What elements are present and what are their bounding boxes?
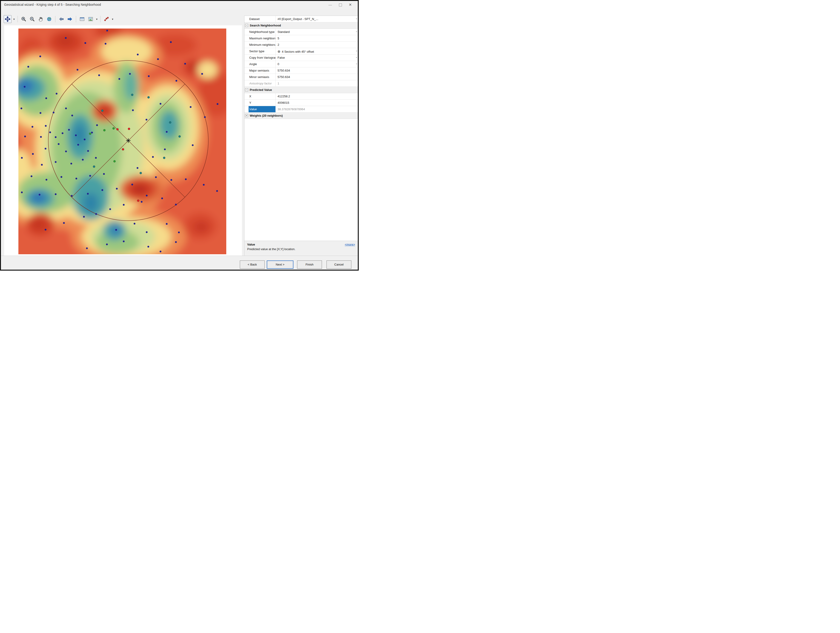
sample-point-navy[interactable] <box>24 86 25 88</box>
sample-point-green[interactable] <box>114 160 115 162</box>
sample-point-navy[interactable] <box>55 136 57 138</box>
dropdown-arrow-icon[interactable]: ▾ <box>356 56 357 59</box>
full-extent-button[interactable] <box>46 16 53 23</box>
sample-point-teal[interactable] <box>169 121 171 123</box>
sample-point-navy[interactable] <box>84 139 85 140</box>
sample-point-navy[interactable] <box>87 150 89 152</box>
sample-point-navy[interactable] <box>166 223 167 225</box>
prop-section-predicted-value[interactable]: −Predicted Value <box>245 87 358 93</box>
sample-point-navy[interactable] <box>63 222 65 224</box>
sample-point-teal[interactable] <box>131 93 133 96</box>
sample-point-navy[interactable] <box>185 178 187 180</box>
sample-point-navy[interactable] <box>109 208 111 210</box>
crosshair-tool-dropdown-icon[interactable]: ▼ <box>13 18 15 21</box>
sample-point-navy[interactable] <box>71 195 73 197</box>
sample-point-navy[interactable] <box>87 193 89 195</box>
sample-point-navy[interactable] <box>77 144 79 146</box>
sample-point-navy[interactable] <box>32 153 34 155</box>
sample-point-navy[interactable] <box>95 213 97 215</box>
sample-point-navy[interactable] <box>175 241 177 243</box>
sample-point-navy[interactable] <box>166 131 167 133</box>
prop-value-neighborhood-type[interactable]: Standard▾ <box>276 29 358 35</box>
sample-point-navy[interactable] <box>31 175 32 177</box>
sample-point-navy[interactable] <box>96 124 98 126</box>
sample-point-navy[interactable] <box>65 37 67 39</box>
sample-point-navy[interactable] <box>21 108 22 109</box>
maximize-icon[interactable] <box>339 3 342 6</box>
sample-point-red[interactable] <box>122 148 124 150</box>
next-button[interactable]: Next > <box>267 261 294 269</box>
sample-point-navy[interactable] <box>161 198 163 199</box>
prop-value-maximum-neighbors[interactable]: 5 <box>276 35 358 41</box>
sample-point-navy[interactable] <box>83 216 85 218</box>
prop-value-minor-semiaxis[interactable]: 5750.634 <box>276 74 358 80</box>
sample-point-navy[interactable] <box>82 159 84 161</box>
sample-point-red[interactable] <box>128 128 130 130</box>
sample-point-navy[interactable] <box>76 178 77 179</box>
sample-point-navy[interactable] <box>157 58 159 60</box>
sample-point-green[interactable] <box>89 133 91 135</box>
sample-point-navy[interactable] <box>46 179 47 180</box>
sample-point-navy[interactable] <box>60 176 62 178</box>
sample-point-navy[interactable] <box>216 190 218 192</box>
prop-value-angle[interactable]: 0▾ <box>276 61 358 67</box>
sample-point-navy[interactable] <box>129 73 131 75</box>
pan-button[interactable] <box>37 16 44 23</box>
sample-point-red[interactable] <box>137 199 139 202</box>
sample-point-navy[interactable] <box>159 250 161 252</box>
prop-section-search-neighborhood[interactable]: −Search Neighborhood <box>245 22 358 29</box>
sample-point-navy[interactable] <box>103 173 105 175</box>
sample-point-navy[interactable] <box>75 135 77 136</box>
sample-point-navy[interactable] <box>170 41 172 43</box>
sample-point-navy[interactable] <box>146 195 148 196</box>
sample-point-navy[interactable] <box>145 119 147 120</box>
sample-point-navy[interactable] <box>53 112 55 114</box>
dropdown-arrow-icon[interactable]: ▾ <box>356 50 357 52</box>
sample-point-navy[interactable] <box>152 156 154 158</box>
sample-point-navy[interactable] <box>123 241 125 242</box>
sample-point-navy[interactable] <box>39 55 41 57</box>
sample-point-teal[interactable] <box>163 157 165 159</box>
sample-point-navy[interactable] <box>123 204 125 206</box>
sample-point-navy[interactable] <box>146 231 148 233</box>
sample-point-navy[interactable] <box>55 161 57 163</box>
sample-point-navy[interactable] <box>132 109 134 111</box>
prop-value-dataset[interactable]: #0 [Export_Output - SPT_N_...▾ <box>276 16 358 22</box>
zoom-in-button[interactable] <box>20 16 27 23</box>
sample-point-navy[interactable] <box>86 247 88 249</box>
sample-point-navy[interactable] <box>159 103 161 105</box>
prop-value-minimum-neighbors[interactable]: 2 <box>276 42 358 48</box>
sample-point-navy[interactable] <box>147 246 149 248</box>
sample-point-navy[interactable] <box>118 78 120 80</box>
sample-point-navy[interactable] <box>71 115 73 116</box>
sample-point-navy[interactable] <box>171 179 172 181</box>
sample-point-navy[interactable] <box>131 184 133 185</box>
sample-point-navy[interactable] <box>56 93 57 95</box>
dropdown-arrow-icon[interactable]: ▾ <box>356 17 357 20</box>
sample-point-navy[interactable] <box>106 244 108 245</box>
sample-point-navy[interactable] <box>58 143 60 145</box>
sample-point-navy[interactable] <box>192 144 194 146</box>
sample-point-navy[interactable] <box>175 80 177 82</box>
dropdown-arrow-icon[interactable]: ▾ <box>356 30 357 33</box>
crosshair-move-tool-button[interactable] <box>4 15 11 23</box>
sample-point-navy[interactable] <box>148 75 150 77</box>
neighbor-points-dropdown-icon[interactable]: ▼ <box>112 18 114 21</box>
sample-point-navy[interactable] <box>65 108 67 109</box>
sample-point-navy[interactable] <box>116 188 118 190</box>
back-button[interactable]: < Back <box>240 261 265 269</box>
sample-point-navy[interactable] <box>190 106 191 108</box>
sample-point-navy[interactable] <box>62 132 63 134</box>
sample-point-navy[interactable] <box>68 129 70 131</box>
prop-section-weights-20-neighbors[interactable]: +Weights (20 neighbors) <box>245 112 358 119</box>
sample-point-navy[interactable] <box>49 131 51 133</box>
prop-value-anisotropy-factor[interactable]: 1 <box>276 80 358 87</box>
close-icon[interactable]: ✕ <box>349 2 352 8</box>
sample-point-navy[interactable] <box>41 164 43 166</box>
sample-point-navy[interactable] <box>95 157 97 159</box>
sample-point-navy[interactable] <box>137 54 139 55</box>
more-link[interactable]: <more> <box>345 243 355 246</box>
sample-point-navy[interactable] <box>216 103 218 105</box>
sample-point-navy[interactable] <box>134 223 136 225</box>
sample-point-navy[interactable] <box>203 184 205 186</box>
